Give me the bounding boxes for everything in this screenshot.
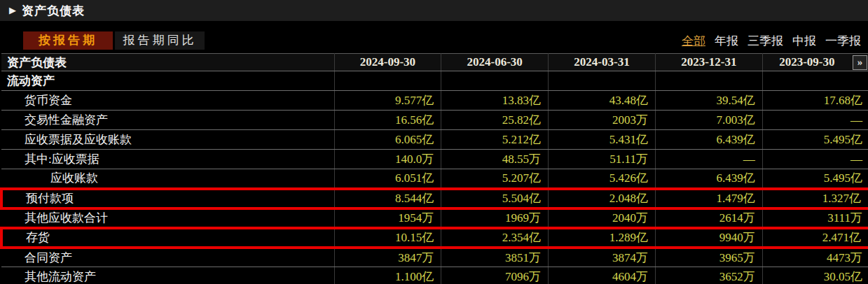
cell-value: 2040万: [549, 208, 656, 228]
cell-value: 6.439亿: [655, 169, 762, 189]
row-label: 应收账款: [1, 169, 334, 189]
cell-value: 9.577亿: [334, 91, 441, 111]
cell-value: 9940万: [655, 228, 762, 248]
cell-value: 4473万: [762, 248, 868, 267]
cell-value: 3847万: [334, 248, 441, 267]
cell-value: 7096万: [441, 267, 549, 284]
row-label: 货币资金: [1, 91, 334, 111]
cell-value: 5.504亿: [441, 189, 549, 208]
cell-value: 51.11万: [549, 150, 656, 169]
row-label: 交易性金融资产: [1, 111, 334, 130]
cell-value: —: [762, 111, 868, 130]
table-row[interactable]: 其中:应收票据140.0万48.55万51.11万——: [1, 150, 868, 169]
cell-value: 25.82亿: [441, 111, 549, 130]
cell-value: [655, 71, 762, 91]
header-cell-date-1: 2024-06-30: [441, 54, 549, 71]
row-label: 合同资产: [1, 248, 334, 267]
cell-value: 48.55万: [441, 150, 549, 169]
table-row[interactable]: 存货10.15亿2.354亿1.289亿9940万2.471亿: [1, 228, 868, 248]
cell-value: 39.54亿: [655, 91, 762, 111]
header-cell-date-2: 2024-03-31: [549, 54, 656, 71]
cell-value: 3111万: [762, 208, 868, 228]
table-row[interactable]: 其他流动资产1.100亿7096万4604万3652万30.05亿: [1, 267, 868, 284]
cell-value: 5.495亿: [762, 130, 868, 150]
cell-value: 2.354亿: [441, 228, 549, 248]
table-row[interactable]: 其他应收款合计1954万1969万2040万2614万3111万: [1, 208, 868, 228]
cell-value: 6.051亿: [334, 169, 441, 189]
cell-value: 2614万: [655, 208, 762, 228]
cell-value: 6.065亿: [334, 130, 441, 150]
table-row[interactable]: 交易性金融资产16.56亿25.82亿2003万7.003亿—: [1, 111, 868, 130]
table-row[interactable]: 应收账款6.051亿5.207亿5.426亿6.439亿5.495亿: [1, 169, 868, 189]
cell-value: 30.05亿: [762, 267, 868, 284]
cell-value: 3851万: [441, 248, 549, 267]
filter-annual-report[interactable]: 年报: [715, 33, 738, 49]
table-header-row: 资产负债表 2024-09-30 2024-06-30 2024-03-31 2…: [1, 54, 868, 71]
table-row[interactable]: 货币资金9.577亿13.83亿43.48亿39.54亿17.68亿: [1, 91, 868, 111]
cell-value: 1969万: [441, 208, 549, 228]
tab-by-report-period[interactable]: 按报告期: [23, 31, 113, 50]
cell-value: 1.100亿: [334, 267, 441, 284]
table-row[interactable]: 应收票据及应收账款6.065亿5.212亿5.431亿6.439亿5.495亿: [1, 130, 868, 150]
cell-value: 140.0万: [334, 150, 441, 169]
filter-q3-report[interactable]: 三季报: [748, 33, 783, 49]
cell-value: 5.495亿: [762, 169, 868, 189]
tab-report-period-yoy[interactable]: 报告期同比: [115, 31, 205, 50]
header-cell-date-3: 2023-12-31: [655, 54, 762, 71]
tab-and-filter-row: 按报告期 报告期同比 全部 年报 三季报 中报 一季报: [0, 31, 868, 50]
row-label: 其他流动资产: [1, 267, 334, 284]
row-label: 其他应收款合计: [1, 208, 334, 228]
table-row[interactable]: 预付款项8.544亿5.504亿2.048亿1.479亿1.327亿: [1, 189, 868, 208]
header-cell-label: 资产负债表: [1, 54, 334, 71]
page-title: 资产负债表: [22, 3, 85, 19]
cell-value: 3965万: [655, 248, 762, 267]
cell-value: 6.439亿: [655, 130, 762, 150]
cell-value: 43.48亿: [549, 91, 656, 111]
more-columns-button[interactable]: »: [853, 55, 867, 70]
cell-value: 2.048亿: [549, 189, 656, 208]
cell-value: 3874万: [549, 248, 656, 267]
row-label: 应收票据及应收账款: [1, 130, 334, 150]
header-cell-date-4: 2023-09-30 »: [762, 54, 868, 71]
cell-value: 4604万: [549, 267, 656, 284]
cell-value: 1.327亿: [762, 189, 868, 208]
filter-q1-report[interactable]: 一季报: [825, 33, 861, 49]
cell-value: [441, 71, 549, 91]
balance-sheet-table: 资产负债表 2024-09-30 2024-06-30 2024-03-31 2…: [0, 53, 868, 284]
cell-value: 2.471亿: [762, 228, 868, 248]
cell-value: 1.289亿: [549, 228, 656, 248]
cell-value: 7.003亿: [655, 111, 762, 130]
cell-value: [334, 71, 441, 91]
header-date-label: 2023-09-30: [779, 55, 834, 69]
cell-value: 13.83亿: [441, 91, 549, 111]
cell-value: 5.426亿: [549, 169, 656, 189]
section-header-bar[interactable]: ▶ 资产负债表: [0, 0, 868, 21]
filter-interim-report[interactable]: 中报: [792, 33, 816, 49]
cell-value: 16.56亿: [334, 111, 441, 130]
cell-value: 5.207亿: [441, 169, 549, 189]
collapse-triangle-icon[interactable]: ▶: [9, 5, 16, 16]
row-label: 预付款项: [1, 189, 334, 208]
cell-value: 2003万: [549, 111, 656, 130]
filter-all[interactable]: 全部: [682, 33, 705, 49]
cell-value: 1954万: [334, 208, 441, 228]
period-filters: 全部 年报 三季报 中报 一季报: [682, 33, 861, 49]
financial-statement-panel: ▶ 资产负债表 按报告期 报告期同比 全部 年报 三季报 中报 一季报 资产负债…: [0, 0, 868, 284]
cell-value: 10.15亿: [334, 228, 441, 248]
header-cell-date-0: 2024-09-30: [334, 54, 441, 71]
cell-value: 17.68亿: [762, 91, 868, 111]
row-label: 其中:应收票据: [1, 150, 334, 169]
cell-value: [762, 71, 868, 91]
table-row[interactable]: 流动资产: [1, 71, 868, 91]
cell-value: —: [762, 150, 868, 169]
cell-value: 5.431亿: [549, 130, 656, 150]
row-label: 存货: [1, 228, 334, 248]
cell-value: 5.212亿: [441, 130, 549, 150]
cell-value: 8.544亿: [334, 189, 441, 208]
cell-value: —: [655, 150, 762, 169]
view-tabs: 按报告期 报告期同比: [23, 31, 207, 50]
cell-value: 3652万: [655, 267, 762, 284]
table-row[interactable]: 合同资产3847万3851万3874万3965万4473万: [1, 248, 868, 267]
cell-value: 1.479亿: [655, 189, 762, 208]
row-label: 流动资产: [1, 71, 334, 91]
